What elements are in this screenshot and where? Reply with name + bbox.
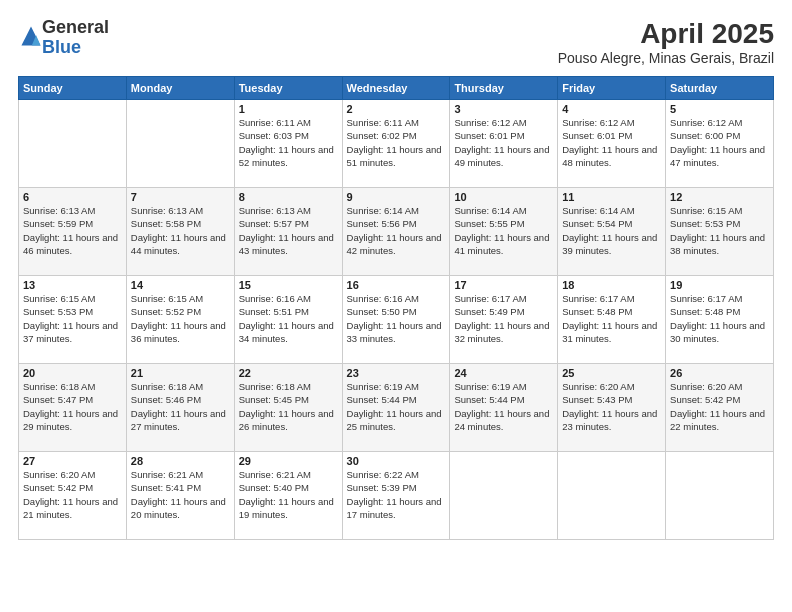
sunrise-text: Sunrise: 6:19 AM — [454, 381, 526, 392]
sunset-text: Sunset: 5:43 PM — [562, 394, 632, 405]
table-row: 20 Sunrise: 6:18 AM Sunset: 5:47 PM Dayl… — [19, 364, 127, 452]
daylight-text: Daylight: 11 hours and 33 minutes. — [347, 320, 442, 344]
table-row: 18 Sunrise: 6:17 AM Sunset: 5:48 PM Dayl… — [558, 276, 666, 364]
table-row: 9 Sunrise: 6:14 AM Sunset: 5:56 PM Dayli… — [342, 188, 450, 276]
table-row: 27 Sunrise: 6:20 AM Sunset: 5:42 PM Dayl… — [19, 452, 127, 540]
day-info: Sunrise: 6:14 AM Sunset: 5:55 PM Dayligh… — [454, 204, 553, 257]
day-info: Sunrise: 6:12 AM Sunset: 6:01 PM Dayligh… — [454, 116, 553, 169]
day-number: 15 — [239, 279, 338, 291]
sunrise-text: Sunrise: 6:20 AM — [23, 469, 95, 480]
sunrise-text: Sunrise: 6:15 AM — [670, 205, 742, 216]
sunset-text: Sunset: 5:53 PM — [23, 306, 93, 317]
daylight-text: Daylight: 11 hours and 17 minutes. — [347, 496, 442, 520]
day-info: Sunrise: 6:13 AM Sunset: 5:59 PM Dayligh… — [23, 204, 122, 257]
sunrise-text: Sunrise: 6:13 AM — [131, 205, 203, 216]
day-number: 20 — [23, 367, 122, 379]
day-number: 17 — [454, 279, 553, 291]
day-number: 18 — [562, 279, 661, 291]
day-info: Sunrise: 6:15 AM Sunset: 5:53 PM Dayligh… — [23, 292, 122, 345]
day-number: 28 — [131, 455, 230, 467]
sunset-text: Sunset: 5:59 PM — [23, 218, 93, 229]
sunrise-text: Sunrise: 6:16 AM — [239, 293, 311, 304]
day-number: 24 — [454, 367, 553, 379]
day-info: Sunrise: 6:13 AM Sunset: 5:58 PM Dayligh… — [131, 204, 230, 257]
daylight-text: Daylight: 11 hours and 26 minutes. — [239, 408, 334, 432]
sunrise-text: Sunrise: 6:14 AM — [454, 205, 526, 216]
table-row: 29 Sunrise: 6:21 AM Sunset: 5:40 PM Dayl… — [234, 452, 342, 540]
daylight-text: Daylight: 11 hours and 44 minutes. — [131, 232, 226, 256]
sunset-text: Sunset: 5:57 PM — [239, 218, 309, 229]
table-row: 2 Sunrise: 6:11 AM Sunset: 6:02 PM Dayli… — [342, 100, 450, 188]
day-info: Sunrise: 6:22 AM Sunset: 5:39 PM Dayligh… — [347, 468, 446, 521]
day-info: Sunrise: 6:16 AM Sunset: 5:50 PM Dayligh… — [347, 292, 446, 345]
daylight-text: Daylight: 11 hours and 48 minutes. — [562, 144, 657, 168]
day-info: Sunrise: 6:12 AM Sunset: 6:00 PM Dayligh… — [670, 116, 769, 169]
day-info: Sunrise: 6:21 AM Sunset: 5:40 PM Dayligh… — [239, 468, 338, 521]
day-info: Sunrise: 6:18 AM Sunset: 5:45 PM Dayligh… — [239, 380, 338, 433]
table-row — [558, 452, 666, 540]
day-number: 9 — [347, 191, 446, 203]
table-row: 26 Sunrise: 6:20 AM Sunset: 5:42 PM Dayl… — [666, 364, 774, 452]
sunset-text: Sunset: 5:44 PM — [347, 394, 417, 405]
header-tuesday: Tuesday — [234, 77, 342, 100]
table-row: 16 Sunrise: 6:16 AM Sunset: 5:50 PM Dayl… — [342, 276, 450, 364]
table-row: 13 Sunrise: 6:15 AM Sunset: 5:53 PM Dayl… — [19, 276, 127, 364]
daylight-text: Daylight: 11 hours and 30 minutes. — [670, 320, 765, 344]
day-info: Sunrise: 6:20 AM Sunset: 5:43 PM Dayligh… — [562, 380, 661, 433]
day-info: Sunrise: 6:21 AM Sunset: 5:41 PM Dayligh… — [131, 468, 230, 521]
sunrise-text: Sunrise: 6:16 AM — [347, 293, 419, 304]
sunset-text: Sunset: 5:39 PM — [347, 482, 417, 493]
daylight-text: Daylight: 11 hours and 46 minutes. — [23, 232, 118, 256]
daylight-text: Daylight: 11 hours and 20 minutes. — [131, 496, 226, 520]
sunrise-text: Sunrise: 6:12 AM — [670, 117, 742, 128]
daylight-text: Daylight: 11 hours and 21 minutes. — [23, 496, 118, 520]
sunset-text: Sunset: 5:51 PM — [239, 306, 309, 317]
day-info: Sunrise: 6:13 AM Sunset: 5:57 PM Dayligh… — [239, 204, 338, 257]
header-sunday: Sunday — [19, 77, 127, 100]
table-row: 8 Sunrise: 6:13 AM Sunset: 5:57 PM Dayli… — [234, 188, 342, 276]
daylight-text: Daylight: 11 hours and 38 minutes. — [670, 232, 765, 256]
day-number: 5 — [670, 103, 769, 115]
day-number: 1 — [239, 103, 338, 115]
sunrise-text: Sunrise: 6:15 AM — [23, 293, 95, 304]
day-info: Sunrise: 6:15 AM Sunset: 5:52 PM Dayligh… — [131, 292, 230, 345]
table-row: 19 Sunrise: 6:17 AM Sunset: 5:48 PM Dayl… — [666, 276, 774, 364]
sunrise-text: Sunrise: 6:13 AM — [23, 205, 95, 216]
sunrise-text: Sunrise: 6:11 AM — [239, 117, 311, 128]
sunrise-text: Sunrise: 6:14 AM — [347, 205, 419, 216]
daylight-text: Daylight: 11 hours and 36 minutes. — [131, 320, 226, 344]
sunset-text: Sunset: 5:42 PM — [23, 482, 93, 493]
table-row: 12 Sunrise: 6:15 AM Sunset: 5:53 PM Dayl… — [666, 188, 774, 276]
daylight-text: Daylight: 11 hours and 19 minutes. — [239, 496, 334, 520]
day-number: 12 — [670, 191, 769, 203]
sunrise-text: Sunrise: 6:22 AM — [347, 469, 419, 480]
daylight-text: Daylight: 11 hours and 41 minutes. — [454, 232, 549, 256]
sunset-text: Sunset: 5:53 PM — [670, 218, 740, 229]
day-info: Sunrise: 6:18 AM Sunset: 5:47 PM Dayligh… — [23, 380, 122, 433]
sunrise-text: Sunrise: 6:21 AM — [131, 469, 203, 480]
table-row: 6 Sunrise: 6:13 AM Sunset: 5:59 PM Dayli… — [19, 188, 127, 276]
day-number: 11 — [562, 191, 661, 203]
header-thursday: Thursday — [450, 77, 558, 100]
header-monday: Monday — [126, 77, 234, 100]
day-number: 29 — [239, 455, 338, 467]
daylight-text: Daylight: 11 hours and 51 minutes. — [347, 144, 442, 168]
table-row: 21 Sunrise: 6:18 AM Sunset: 5:46 PM Dayl… — [126, 364, 234, 452]
sunrise-text: Sunrise: 6:18 AM — [239, 381, 311, 392]
header-wednesday: Wednesday — [342, 77, 450, 100]
sunrise-text: Sunrise: 6:21 AM — [239, 469, 311, 480]
sunset-text: Sunset: 5:56 PM — [347, 218, 417, 229]
day-info: Sunrise: 6:16 AM Sunset: 5:51 PM Dayligh… — [239, 292, 338, 345]
table-row: 17 Sunrise: 6:17 AM Sunset: 5:49 PM Dayl… — [450, 276, 558, 364]
sunrise-text: Sunrise: 6:14 AM — [562, 205, 634, 216]
day-info: Sunrise: 6:17 AM Sunset: 5:48 PM Dayligh… — [670, 292, 769, 345]
day-info: Sunrise: 6:15 AM Sunset: 5:53 PM Dayligh… — [670, 204, 769, 257]
sunrise-text: Sunrise: 6:12 AM — [454, 117, 526, 128]
sunrise-text: Sunrise: 6:17 AM — [670, 293, 742, 304]
sunrise-text: Sunrise: 6:18 AM — [23, 381, 95, 392]
sunset-text: Sunset: 5:41 PM — [131, 482, 201, 493]
title-block: April 2025 Pouso Alegre, Minas Gerais, B… — [558, 18, 774, 66]
table-row: 30 Sunrise: 6:22 AM Sunset: 5:39 PM Dayl… — [342, 452, 450, 540]
day-number: 19 — [670, 279, 769, 291]
day-info: Sunrise: 6:20 AM Sunset: 5:42 PM Dayligh… — [23, 468, 122, 521]
